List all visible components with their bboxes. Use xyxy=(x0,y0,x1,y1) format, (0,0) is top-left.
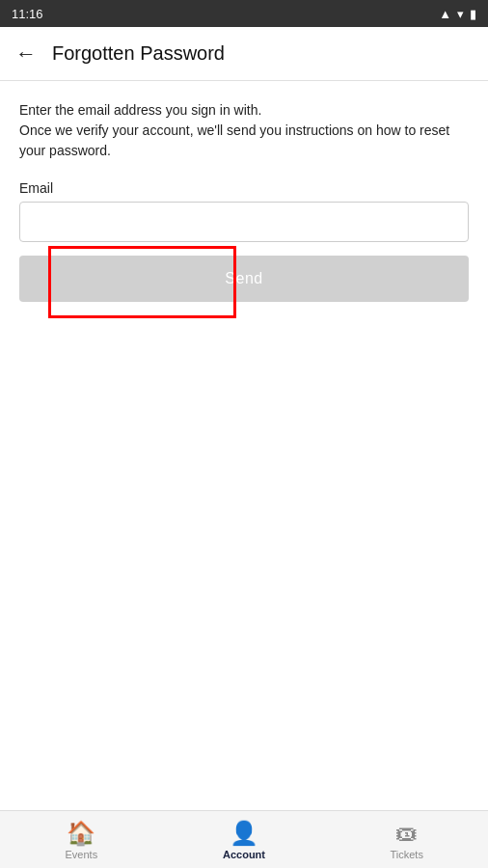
events-icon: 🏠 xyxy=(67,820,95,847)
nav-item-account[interactable]: 👤 Account xyxy=(163,820,326,860)
back-button[interactable]: ← xyxy=(15,41,37,67)
tickets-icon: 🎟 xyxy=(395,820,419,847)
email-label: Email xyxy=(19,180,469,196)
email-form-group: Email xyxy=(19,180,469,242)
page-title: Forgotten Password xyxy=(52,42,225,65)
status-icons: ▲ ▾ ▮ xyxy=(439,7,476,21)
account-icon: 👤 xyxy=(230,820,258,847)
email-input[interactable] xyxy=(19,202,469,242)
status-time: 11:16 xyxy=(12,7,43,21)
description-text: Enter the email address you sign in with… xyxy=(19,100,469,161)
signal-icon: ▲ xyxy=(439,7,451,21)
send-button[interactable]: Send xyxy=(19,256,469,302)
battery-icon: ▮ xyxy=(470,7,476,21)
send-button-wrapper: Send xyxy=(19,256,469,302)
nav-item-events[interactable]: 🏠 Events xyxy=(0,820,163,860)
wifi-icon: ▾ xyxy=(457,7,464,21)
tickets-label: Tickets xyxy=(390,849,422,860)
nav-item-tickets[interactable]: 🎟 Tickets xyxy=(325,820,488,860)
bottom-nav: 🏠 Events 👤 Account 🎟 Tickets xyxy=(0,810,488,868)
status-bar: 11:16 ▲ ▾ ▮ xyxy=(0,0,488,27)
events-label: Events xyxy=(66,849,98,860)
header: ← Forgotten Password xyxy=(0,27,488,81)
account-label: Account xyxy=(223,849,265,860)
main-content: Enter the email address you sign in with… xyxy=(0,81,488,302)
